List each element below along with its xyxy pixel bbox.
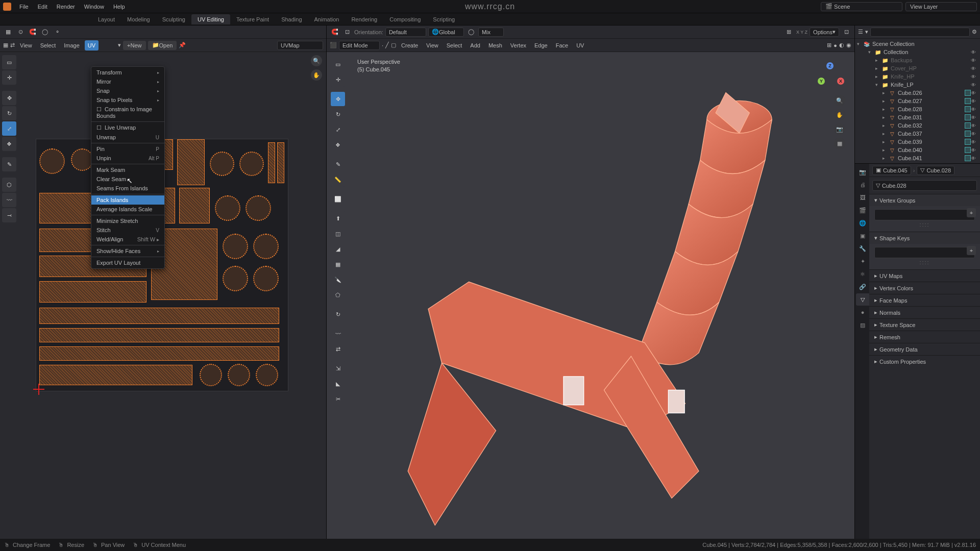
tool-transform-icon[interactable]: ❖ <box>2 137 16 151</box>
dd-mark-seam[interactable]: Mark Seam <box>91 165 164 174</box>
vptool-rotate-icon[interactable]: ↻ <box>331 107 345 121</box>
panel-header[interactable]: ▸ Vertex Colors <box>869 282 980 294</box>
panel-header[interactable]: ▸ UV Maps <box>869 270 980 282</box>
ws-modeling[interactable]: Modeling <box>121 14 156 24</box>
transform-space-field[interactable]: 🌐 Global <box>428 28 464 37</box>
vp-zoom-icon[interactable]: 🔍 <box>834 95 845 106</box>
dd-minimize-stretch[interactable]: Minimize Stretch <box>91 216 164 226</box>
tree-row[interactable]: ▾📁Collection👁 <box>855 48 980 56</box>
panel-header[interactable]: ▸ Custom Properties <box>869 356 980 367</box>
ptab-scene-icon[interactable]: 🎬 <box>856 204 869 216</box>
blender-logo-icon[interactable] <box>3 3 11 11</box>
dd-pin[interactable]: PinP <box>91 144 164 154</box>
menu-help[interactable]: Help <box>109 2 129 12</box>
vptool-loopcut-icon[interactable]: ▦ <box>331 257 345 271</box>
tree-row[interactable]: ▸📁Cover_HP👁 <box>855 64 980 72</box>
uv-pin-icon[interactable]: 📌 <box>179 42 186 48</box>
tree-row[interactable]: ▸▽Cube.027👁 <box>855 97 980 105</box>
outliner-search[interactable] <box>870 28 970 37</box>
uv-new-button[interactable]: + New <box>123 41 145 50</box>
vp-persp-icon[interactable]: ▦ <box>834 138 845 149</box>
uv-menu-uv[interactable]: UV <box>85 40 99 51</box>
tree-row[interactable]: ▸▽Cube.026👁 <box>855 89 980 97</box>
ptab-constraint-icon[interactable]: 🔗 <box>856 281 869 293</box>
ws-shading[interactable]: Shading <box>275 14 308 24</box>
vp-overlays-icon[interactable]: ⊡ <box>841 27 851 37</box>
menu-edit[interactable]: Edit <box>34 2 52 12</box>
uv-pivot-icon[interactable]: ⊙ <box>15 27 26 37</box>
vp-menu-mesh[interactable]: Mesh <box>485 40 505 51</box>
tree-row[interactable]: ▸▽Cube.028👁 <box>855 105 980 113</box>
tool-cursor-icon[interactable]: ✛ <box>2 70 16 85</box>
tree-row[interactable]: ▸📁Knife_HP👁 <box>855 72 980 81</box>
shading-solid-icon[interactable]: ● <box>834 42 837 48</box>
vptool-bevel-icon[interactable]: ◢ <box>331 242 345 256</box>
scene-field[interactable]: 🎬 Scene <box>821 2 902 11</box>
ptab-output-icon[interactable]: 🖨 <box>856 179 869 191</box>
vp-snap-mode-icon[interactable]: ⊡ <box>342 27 352 37</box>
menu-window[interactable]: Window <box>80 2 108 12</box>
panel-header[interactable]: ▸ Remesh <box>869 331 980 343</box>
dd-live-unwrap[interactable]: ☐Live Unwrap <box>91 123 164 133</box>
vptool-move-icon[interactable]: ✥ <box>331 92 345 106</box>
panel-header[interactable]: ▾ Shape Keys <box>869 232 980 244</box>
vptool-spin-icon[interactable]: ↻ <box>331 307 345 321</box>
tool-annotate-icon[interactable]: ✎ <box>2 157 16 171</box>
outliner-display-icon[interactable]: ▾ <box>865 29 868 35</box>
outliner-type-icon[interactable]: ☰ <box>858 29 863 35</box>
sel-face-icon[interactable]: ▢ <box>391 42 396 48</box>
vptool-cursor-icon[interactable]: ✛ <box>331 72 345 87</box>
panel-add-button[interactable]: + <box>967 246 976 255</box>
bc-mesh[interactable]: ▽ Cube.028 <box>917 166 954 175</box>
bc-object[interactable]: ▣ Cube.045 <box>872 166 911 175</box>
gizmo-y-icon[interactable]: Y <box>818 78 825 85</box>
tool-grab-icon[interactable]: ⬡ <box>2 178 16 192</box>
uvmap-name-field[interactable]: UVMap <box>277 41 323 50</box>
dd-unwrap[interactable]: UnwrapU <box>91 133 164 142</box>
uv-open-button[interactable]: 📁 Open <box>148 41 177 50</box>
vptool-smooth-icon[interactable]: 〰 <box>331 327 345 341</box>
vp-menu-uv[interactable]: UV <box>573 40 587 51</box>
menu-render[interactable]: Render <box>53 2 79 12</box>
tree-row[interactable]: ▸▽Cube.039👁 <box>855 138 980 146</box>
ptab-world-icon[interactable]: 🌐 <box>856 217 869 229</box>
panel-header[interactable]: ▸ Geometry Data <box>869 343 980 355</box>
vp-menu-add[interactable]: Add <box>467 40 483 51</box>
tool-scale-icon[interactable]: ⤢ <box>2 121 16 136</box>
tool-rotate-icon[interactable]: ↻ <box>2 106 16 120</box>
tree-row[interactable]: ▸▽Cube.037👁 <box>855 130 980 138</box>
gizmo-z-icon[interactable]: Z <box>826 62 834 69</box>
tool-pinch-icon[interactable]: ⤙ <box>2 208 16 222</box>
vp-proportional-icon[interactable]: ◯ <box>466 27 476 37</box>
vp-pan-icon[interactable]: ✋ <box>834 109 845 120</box>
vptool-shrink-icon[interactable]: ⇲ <box>331 361 345 375</box>
shading-matprev-icon[interactable]: ◐ <box>839 42 844 48</box>
uv-mode-icon[interactable]: ▦ <box>3 42 8 48</box>
tree-row[interactable]: ▸▽Cube.031👁 <box>855 113 980 121</box>
vp-snap-icon[interactable]: 🧲 <box>330 27 340 37</box>
dd-stitch[interactable]: StitchV <box>91 226 164 235</box>
vptool-polybuild-icon[interactable]: ⬠ <box>331 288 345 302</box>
vptool-scale-icon[interactable]: ⤢ <box>331 122 345 137</box>
vptool-edgeslide-icon[interactable]: ⇄ <box>331 342 345 356</box>
editor-type-icon[interactable]: ▦ <box>3 27 13 37</box>
vptool-extrude-icon[interactable]: ⬆ <box>331 211 345 226</box>
ws-texturepaint[interactable]: Texture Paint <box>230 14 275 24</box>
vp-menu-view[interactable]: View <box>423 40 442 51</box>
orientation-field[interactable]: Default <box>385 28 426 37</box>
sel-edge-icon[interactable]: ╱ <box>385 42 389 48</box>
uv-snap-icon[interactable]: 🧲 <box>28 27 38 37</box>
mesh-name-field[interactable]: ▽ Cube.028 <box>872 180 977 191</box>
uv-menu-image[interactable]: Image <box>61 40 83 51</box>
dd-show-hide-faces[interactable]: Show/Hide Faces▸ <box>91 246 164 256</box>
sel-vertex-icon[interactable]: · <box>382 42 383 48</box>
vptool-rip-icon[interactable]: ✂ <box>331 392 345 406</box>
ptab-data-icon[interactable]: ▽ <box>856 293 869 306</box>
ptab-particles-icon[interactable]: ✦ <box>856 255 869 267</box>
vp-xray-icon[interactable]: ⊞ <box>784 27 794 37</box>
dd-export-uv-layout[interactable]: Export UV Layout <box>91 258 164 267</box>
dd-constrain[interactable]: ☐Constrain to Image Bounds <box>91 105 164 120</box>
vp-menu-vertex[interactable]: Vertex <box>507 40 529 51</box>
dd-unpin[interactable]: UnpinAlt P <box>91 154 164 163</box>
tool-move-icon[interactable]: ✥ <box>2 91 16 105</box>
